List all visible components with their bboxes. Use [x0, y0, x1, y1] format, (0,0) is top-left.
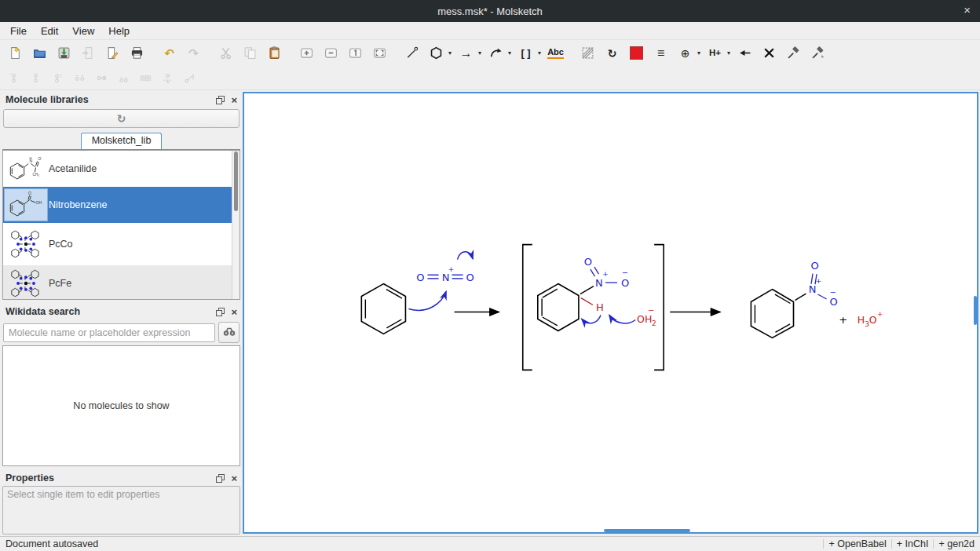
- insert-brackets-icon: [ ]: [521, 48, 530, 58]
- library-item-acetanilide[interactable]: NHOCH₃Acetanilide: [3, 151, 240, 187]
- close-panel-icon[interactable]: ×: [231, 473, 237, 484]
- rotate-button[interactable]: ↻: [601, 42, 623, 64]
- search-button[interactable]: [218, 322, 240, 343]
- zoom-in-button[interactable]: [295, 42, 318, 64]
- remove-hydrogen-button[interactable]: [733, 42, 756, 64]
- redo-button[interactable]: ↷: [182, 42, 205, 64]
- add-hydrogen-button[interactable]: H+: [704, 42, 726, 64]
- save-file-button[interactable]: [53, 42, 75, 64]
- reaction-arrow-dropdown[interactable]: ▾: [478, 49, 481, 57]
- hydronium-ion[interactable]: H 3 O +: [858, 310, 883, 329]
- atom-distribute-tool-button[interactable]: [157, 69, 177, 87]
- zoom-original-button[interactable]: [344, 42, 367, 64]
- open-file-button[interactable]: [28, 42, 51, 64]
- float-panel-icon[interactable]: [216, 474, 225, 483]
- charge-dropdown[interactable]: ▾: [697, 49, 700, 57]
- nitronium-ion[interactable]: O N + O: [416, 265, 474, 283]
- new-document-button[interactable]: [4, 42, 27, 64]
- base-formula[interactable]: OH: [637, 314, 652, 326]
- sidebar: Molecule libraries × ↻ Molsketch_lib NHO…: [0, 90, 242, 536]
- library-scrollbar[interactable]: [232, 151, 240, 299]
- electron-arrow-pi-to-oxygen[interactable]: [458, 252, 474, 260]
- mechanism-hint-1-button[interactable]: [782, 42, 805, 64]
- atom-pair-tool-button[interactable]: [25, 69, 46, 87]
- atom-label[interactable]: O: [829, 296, 837, 308]
- draw-ring-dropdown[interactable]: ▾: [448, 49, 452, 57]
- wikidata-search-panel: Wikidata search × No molecules to show: [2, 304, 240, 466]
- electron-arrow-ring-to-nitronium[interactable]: [408, 292, 446, 311]
- print-button[interactable]: [126, 42, 148, 64]
- left-bracket[interactable]: [523, 245, 532, 370]
- menu-help[interactable]: Help: [101, 24, 137, 38]
- selection-mode-button[interactable]: [576, 42, 599, 64]
- menu-file[interactable]: File: [3, 24, 34, 38]
- insert-text-button[interactable]: Abc: [544, 42, 567, 64]
- benzene-molecule[interactable]: [361, 284, 405, 334]
- draw-bond-button[interactable]: [400, 42, 423, 64]
- drawing-canvas[interactable]: O N + O: [243, 92, 978, 534]
- atom-label[interactable]: N: [809, 283, 817, 295]
- hydronium-o[interactable]: O: [869, 314, 877, 326]
- mechanism-arrow-dropdown[interactable]: ▾: [508, 49, 511, 57]
- float-panel-icon[interactable]: [216, 96, 225, 104]
- wikidata-search-title: Wikidata search: [5, 306, 210, 317]
- undo-button[interactable]: ↶: [158, 42, 181, 64]
- library-item-pcfe[interactable]: PcFe: [3, 265, 240, 300]
- electron-arrow-base-to-h[interactable]: [609, 315, 635, 323]
- paste-button[interactable]: [263, 42, 286, 64]
- atom-ion-tool-button[interactable]: [47, 69, 68, 87]
- delete-item-button[interactable]: [758, 42, 781, 64]
- atom-label[interactable]: N: [442, 272, 450, 283]
- right-bracket[interactable]: [654, 245, 664, 370]
- atom-stack-tool-button[interactable]: [3, 69, 24, 87]
- color-swatch-button[interactable]: [625, 42, 648, 64]
- reaction-scene[interactable]: O N + O: [244, 93, 977, 532]
- atom-label[interactable]: O: [584, 256, 592, 268]
- bond-angle-tool-button[interactable]: [179, 69, 199, 87]
- zoom-fit-button[interactable]: [368, 42, 391, 64]
- atom-label[interactable]: O: [621, 277, 629, 289]
- arenium-intermediate[interactable]: O N + O − H: [538, 256, 629, 331]
- electron-arrow-ch-to-ring[interactable]: [582, 315, 601, 323]
- atom-grid-tool-button[interactable]: [135, 69, 155, 87]
- charge-button[interactable]: ⊕: [674, 42, 697, 64]
- add-hydrogen-dropdown[interactable]: ▾: [727, 49, 730, 57]
- water-base[interactable]: OH 2 −: [637, 307, 656, 328]
- float-panel-icon[interactable]: [216, 308, 225, 316]
- window-close-button[interactable]: ×: [964, 4, 971, 16]
- canvas-horizontal-scrollbar[interactable]: [604, 529, 690, 532]
- menu-view[interactable]: View: [65, 24, 101, 38]
- library-item-pcco[interactable]: PcCo: [3, 223, 240, 265]
- copy-button[interactable]: [239, 42, 261, 64]
- tab-molsketch-lib[interactable]: Molsketch_lib: [81, 133, 163, 149]
- export-file-button[interactable]: [101, 42, 124, 64]
- library-scrollbar-handle[interactable]: [234, 151, 239, 211]
- zoom-out-button[interactable]: [320, 42, 342, 64]
- insert-brackets-dropdown[interactable]: ▾: [538, 49, 541, 57]
- molecule-search-input[interactable]: [3, 323, 215, 342]
- cut-button[interactable]: [214, 42, 237, 64]
- canvas-vertical-scrollbar[interactable]: [974, 296, 977, 325]
- mechanism-hint-2-button[interactable]: [806, 42, 829, 64]
- reaction-arrow-button[interactable]: →: [455, 42, 477, 64]
- insert-brackets-button[interactable]: [ ]: [514, 42, 537, 64]
- atom-row-tool-button[interactable]: [113, 69, 133, 87]
- bond-pair-tool-button[interactable]: [91, 69, 112, 87]
- hydronium-h[interactable]: H: [858, 314, 865, 326]
- draw-ring-button[interactable]: [425, 42, 448, 64]
- nitrobenzene-product[interactable]: N + O O −: [751, 260, 837, 338]
- close-panel-icon[interactable]: ×: [231, 94, 237, 106]
- atom-hydrogens-tool-button[interactable]: [69, 69, 90, 87]
- library-item-nitrobenzene[interactable]: OOHNitrobenzene: [3, 187, 240, 223]
- atom-label[interactable]: O: [466, 272, 474, 283]
- close-panel-icon[interactable]: ×: [231, 306, 237, 318]
- atom-label-h[interactable]: H: [596, 302, 604, 314]
- mechanism-arrow-button[interactable]: [485, 42, 507, 64]
- import-file-button[interactable]: [77, 42, 100, 64]
- atom-label[interactable]: N: [595, 277, 603, 289]
- atom-label[interactable]: O: [810, 260, 818, 272]
- atom-label[interactable]: O: [416, 272, 424, 283]
- line-width-button[interactable]: ≡: [649, 42, 672, 64]
- menu-edit[interactable]: Edit: [34, 24, 65, 38]
- refresh-libraries-button[interactable]: ↻: [3, 109, 240, 128]
